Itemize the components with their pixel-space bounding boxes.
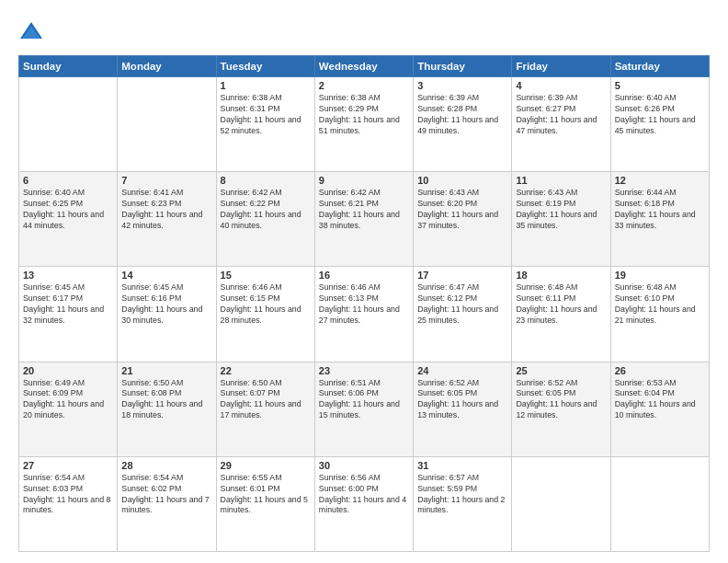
calendar-cell: 7Sunrise: 6:41 AM Sunset: 6:23 PM Daylig…	[118, 172, 216, 267]
day-info: Sunrise: 6:42 AM Sunset: 6:22 PM Dayligh…	[221, 188, 311, 232]
day-info: Sunrise: 6:39 AM Sunset: 6:28 PM Dayligh…	[417, 93, 507, 137]
calendar-week-row: 1Sunrise: 6:38 AM Sunset: 6:31 PM Daylig…	[19, 77, 710, 172]
calendar-cell: 21Sunrise: 6:50 AM Sunset: 6:08 PM Dayli…	[118, 362, 216, 456]
calendar-week-row: 27Sunrise: 6:54 AM Sunset: 6:03 PM Dayli…	[19, 456, 710, 551]
calendar-cell: 10Sunrise: 6:43 AM Sunset: 6:20 PM Dayli…	[414, 172, 512, 267]
calendar-cell: 3Sunrise: 6:39 AM Sunset: 6:28 PM Daylig…	[414, 77, 512, 172]
calendar-cell: 20Sunrise: 6:49 AM Sunset: 6:09 PM Dayli…	[19, 362, 118, 456]
calendar-cell: 24Sunrise: 6:52 AM Sunset: 6:05 PM Dayli…	[414, 362, 512, 456]
calendar-cell	[512, 456, 610, 551]
logo	[18, 20, 48, 46]
day-number: 9	[319, 175, 409, 186]
calendar-table: SundayMondayTuesdayWednesdayThursdayFrid…	[18, 55, 710, 552]
day-info: Sunrise: 6:50 AM Sunset: 6:07 PM Dayligh…	[221, 378, 311, 422]
day-header-wednesday: Wednesday	[314, 56, 413, 77]
calendar-cell: 14Sunrise: 6:45 AM Sunset: 6:16 PM Dayli…	[118, 267, 216, 362]
day-number: 28	[121, 460, 211, 471]
day-number: 7	[121, 175, 211, 186]
calendar-cell: 5Sunrise: 6:40 AM Sunset: 6:26 PM Daylig…	[610, 77, 709, 172]
calendar-cell: 28Sunrise: 6:54 AM Sunset: 6:02 PM Dayli…	[118, 456, 216, 551]
calendar-cell: 12Sunrise: 6:44 AM Sunset: 6:18 PM Dayli…	[610, 172, 709, 267]
calendar-cell: 17Sunrise: 6:47 AM Sunset: 6:12 PM Dayli…	[414, 267, 512, 362]
day-number: 20	[23, 365, 113, 376]
day-info: Sunrise: 6:47 AM Sunset: 6:12 PM Dayligh…	[417, 282, 507, 327]
day-number: 31	[417, 460, 507, 471]
day-header-sunday: Sunday	[19, 56, 118, 77]
calendar-cell: 29Sunrise: 6:55 AM Sunset: 6:01 PM Dayli…	[216, 456, 314, 551]
day-info: Sunrise: 6:56 AM Sunset: 6:00 PM Dayligh…	[319, 473, 409, 517]
day-info: Sunrise: 6:41 AM Sunset: 6:23 PM Dayligh…	[121, 188, 211, 232]
calendar-cell: 8Sunrise: 6:42 AM Sunset: 6:22 PM Daylig…	[216, 172, 314, 267]
day-info: Sunrise: 6:44 AM Sunset: 6:18 PM Dayligh…	[615, 188, 705, 232]
day-number: 6	[23, 175, 113, 186]
calendar-cell	[118, 77, 216, 172]
day-info: Sunrise: 6:57 AM Sunset: 5:59 PM Dayligh…	[417, 473, 507, 517]
calendar-cell: 18Sunrise: 6:48 AM Sunset: 6:11 PM Dayli…	[512, 267, 610, 362]
calendar-cell: 9Sunrise: 6:42 AM Sunset: 6:21 PM Daylig…	[314, 172, 413, 267]
day-info: Sunrise: 6:48 AM Sunset: 6:11 PM Dayligh…	[516, 282, 606, 327]
day-info: Sunrise: 6:54 AM Sunset: 6:02 PM Dayligh…	[121, 473, 211, 517]
day-number: 12	[615, 175, 705, 186]
day-number: 25	[516, 365, 606, 376]
calendar-cell: 1Sunrise: 6:38 AM Sunset: 6:31 PM Daylig…	[216, 77, 314, 172]
calendar-cell: 26Sunrise: 6:53 AM Sunset: 6:04 PM Dayli…	[610, 362, 709, 456]
day-number: 2	[319, 80, 409, 91]
day-number: 10	[417, 175, 507, 186]
calendar-cell: 13Sunrise: 6:45 AM Sunset: 6:17 PM Dayli…	[19, 267, 118, 362]
day-number: 14	[121, 270, 211, 281]
day-info: Sunrise: 6:42 AM Sunset: 6:21 PM Dayligh…	[319, 188, 409, 232]
header	[18, 17, 710, 46]
calendar-cell	[19, 77, 118, 172]
calendar-cell: 27Sunrise: 6:54 AM Sunset: 6:03 PM Dayli…	[19, 456, 118, 551]
calendar-cell: 22Sunrise: 6:50 AM Sunset: 6:07 PM Dayli…	[216, 362, 314, 456]
calendar-cell: 19Sunrise: 6:48 AM Sunset: 6:10 PM Dayli…	[610, 267, 709, 362]
day-info: Sunrise: 6:50 AM Sunset: 6:08 PM Dayligh…	[121, 378, 211, 422]
calendar-cell: 30Sunrise: 6:56 AM Sunset: 6:00 PM Dayli…	[314, 456, 413, 551]
day-info: Sunrise: 6:49 AM Sunset: 6:09 PM Dayligh…	[23, 378, 113, 422]
day-info: Sunrise: 6:43 AM Sunset: 6:20 PM Dayligh…	[417, 188, 507, 232]
day-info: Sunrise: 6:43 AM Sunset: 6:19 PM Dayligh…	[516, 188, 606, 232]
day-info: Sunrise: 6:45 AM Sunset: 6:16 PM Dayligh…	[121, 282, 211, 327]
calendar-cell: 16Sunrise: 6:46 AM Sunset: 6:13 PM Dayli…	[314, 267, 413, 362]
calendar-cell: 6Sunrise: 6:40 AM Sunset: 6:25 PM Daylig…	[19, 172, 118, 267]
day-number: 8	[221, 175, 311, 186]
day-number: 4	[516, 80, 606, 91]
day-number: 29	[221, 460, 311, 471]
day-info: Sunrise: 6:38 AM Sunset: 6:29 PM Dayligh…	[319, 93, 409, 137]
day-number: 21	[121, 365, 211, 376]
day-info: Sunrise: 6:40 AM Sunset: 6:26 PM Dayligh…	[615, 93, 705, 137]
day-number: 19	[615, 270, 705, 281]
day-number: 1	[221, 80, 311, 91]
day-info: Sunrise: 6:46 AM Sunset: 6:15 PM Dayligh…	[221, 282, 311, 327]
calendar-cell: 23Sunrise: 6:51 AM Sunset: 6:06 PM Dayli…	[314, 362, 413, 456]
day-number: 24	[417, 365, 507, 376]
day-number: 30	[319, 460, 409, 471]
day-info: Sunrise: 6:40 AM Sunset: 6:25 PM Dayligh…	[23, 188, 113, 232]
calendar-cell: 31Sunrise: 6:57 AM Sunset: 5:59 PM Dayli…	[414, 456, 512, 551]
day-info: Sunrise: 6:45 AM Sunset: 6:17 PM Dayligh…	[23, 282, 113, 327]
day-info: Sunrise: 6:48 AM Sunset: 6:10 PM Dayligh…	[615, 282, 705, 327]
day-number: 23	[319, 365, 409, 376]
calendar-week-row: 6Sunrise: 6:40 AM Sunset: 6:25 PM Daylig…	[19, 172, 710, 267]
day-number: 15	[221, 270, 311, 281]
day-info: Sunrise: 6:55 AM Sunset: 6:01 PM Dayligh…	[221, 473, 311, 517]
day-header-monday: Monday	[118, 56, 216, 77]
calendar-cell: 25Sunrise: 6:52 AM Sunset: 6:05 PM Dayli…	[512, 362, 610, 456]
day-number: 5	[615, 80, 705, 91]
calendar-week-row: 13Sunrise: 6:45 AM Sunset: 6:17 PM Dayli…	[19, 267, 710, 362]
calendar-cell: 15Sunrise: 6:46 AM Sunset: 6:15 PM Dayli…	[216, 267, 314, 362]
day-info: Sunrise: 6:52 AM Sunset: 6:05 PM Dayligh…	[516, 378, 606, 422]
day-number: 13	[23, 270, 113, 281]
logo-icon	[18, 20, 44, 46]
day-number: 27	[23, 460, 113, 471]
day-number: 22	[221, 365, 311, 376]
day-number: 17	[417, 270, 507, 281]
day-header-saturday: Saturday	[610, 56, 709, 77]
calendar-header-row: SundayMondayTuesdayWednesdayThursdayFrid…	[19, 56, 710, 77]
calendar-cell	[610, 456, 709, 551]
day-info: Sunrise: 6:54 AM Sunset: 6:03 PM Dayligh…	[23, 473, 113, 517]
calendar-week-row: 20Sunrise: 6:49 AM Sunset: 6:09 PM Dayli…	[19, 362, 710, 456]
day-info: Sunrise: 6:39 AM Sunset: 6:27 PM Dayligh…	[516, 93, 606, 137]
day-number: 11	[516, 175, 606, 186]
day-info: Sunrise: 6:38 AM Sunset: 6:31 PM Dayligh…	[221, 93, 311, 137]
